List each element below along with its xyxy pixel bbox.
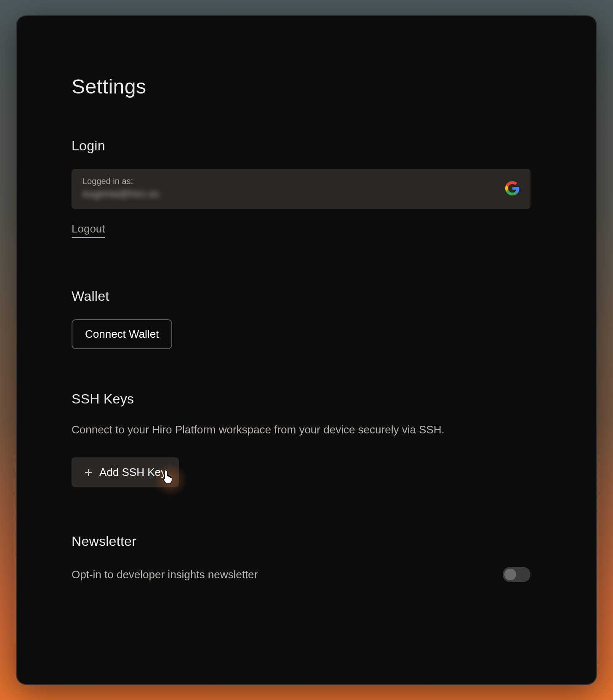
- login-info: Logged in as: eugenia@hiro.so: [83, 176, 159, 200]
- add-ssh-key-button[interactable]: Add SSH Key: [72, 457, 179, 487]
- logout-link[interactable]: Logout: [72, 222, 105, 238]
- newsletter-toggle-knob: [504, 569, 516, 580]
- ssh-section: SSH Keys Connect to your Hiro Platform w…: [72, 391, 541, 487]
- settings-panel: Settings Login Logged in as: eugenia@hir…: [21, 20, 592, 680]
- login-section: Login Logged in as: eugenia@hiro.so Logo…: [72, 138, 541, 238]
- wallet-section: Wallet Connect Wallet: [72, 289, 541, 349]
- window-frame: Settings Login Logged in as: eugenia@hir…: [16, 15, 597, 685]
- ssh-description: Connect to your Hiro Platform workspace …: [72, 422, 541, 437]
- login-card: Logged in as: eugenia@hiro.so: [72, 169, 530, 209]
- newsletter-toggle[interactable]: [503, 567, 530, 582]
- page-title: Settings: [72, 75, 541, 98]
- newsletter-description: Opt-in to developer insights newsletter: [72, 568, 258, 581]
- newsletter-heading: Newsletter: [72, 534, 541, 549]
- plus-icon: [84, 468, 93, 477]
- logged-in-label: Logged in as:: [83, 176, 159, 186]
- google-icon: [505, 181, 520, 195]
- logged-in-email: eugenia@hiro.so: [83, 188, 159, 200]
- wallet-heading: Wallet: [72, 289, 541, 304]
- newsletter-section: Newsletter Opt-in to developer insights …: [72, 534, 541, 582]
- login-heading: Login: [72, 138, 541, 154]
- newsletter-row: Opt-in to developer insights newsletter: [72, 567, 530, 582]
- connect-wallet-button[interactable]: Connect Wallet: [72, 319, 172, 349]
- ssh-heading: SSH Keys: [72, 391, 541, 407]
- add-ssh-key-label: Add SSH Key: [99, 466, 166, 479]
